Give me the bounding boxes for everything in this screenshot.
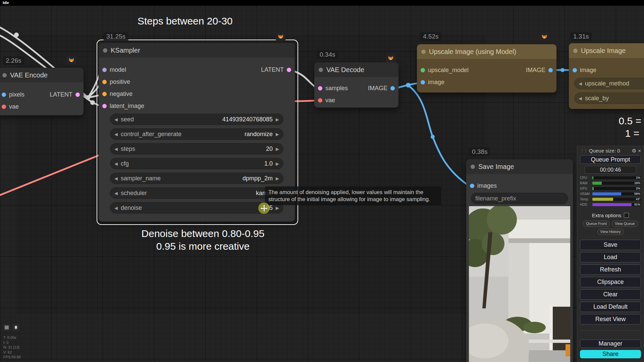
queue-front-button[interactable]: Queue Front <box>583 221 610 227</box>
port-dot-image[interactable] <box>2 93 6 97</box>
widget-label: scale_by <box>585 95 644 102</box>
node-save-image[interactable]: Save Image images filename_prefix <box>466 159 573 362</box>
widget-control-after-generate[interactable]: ◀ control_after_generate randomize ▶ <box>110 128 283 140</box>
node-vae-decode[interactable]: VAE Decode samples vae IMAGE <box>314 62 398 108</box>
node-upscale-image-using-model[interactable]: Upscale Image (using Model) upscale_mode… <box>417 44 556 93</box>
port-dot-latent[interactable] <box>287 68 291 72</box>
view-history-button[interactable]: View History <box>597 229 624 235</box>
reroute-dot[interactable] <box>406 83 411 87</box>
increment-arrow-icon[interactable]: ▶ <box>276 161 279 166</box>
node-titlebar[interactable]: Save Image <box>466 159 573 174</box>
reroute-dot[interactable] <box>560 68 565 72</box>
reroute-dot[interactable] <box>14 33 19 37</box>
port-dot-latent[interactable] <box>102 104 107 108</box>
monitor-value: 81% <box>634 203 640 206</box>
workflow-list-button[interactable] <box>3 324 10 331</box>
node-titlebar[interactable]: KSampler <box>99 43 295 58</box>
input-port-images[interactable]: images <box>466 180 573 192</box>
widget-scale-by[interactable]: ◀ scale_by ▶ <box>574 93 644 104</box>
queue-size-row: ⋮⋮ Queue size: 0 ⚙ × <box>580 147 641 154</box>
node-titlebar[interactable]: VAE Encode <box>0 68 84 82</box>
increment-arrow-icon[interactable]: ▶ <box>276 176 279 181</box>
output-port-latent[interactable]: LATENT <box>46 88 84 101</box>
input-port-image[interactable]: image <box>569 64 644 76</box>
clear-button[interactable]: Clear <box>580 289 641 300</box>
clipspace-button[interactable]: Clipspace <box>580 277 641 287</box>
input-port-vae[interactable]: vae <box>0 101 84 113</box>
widget-sampler-name[interactable]: ◀ sampler_name dpmpp_2m ▶ <box>110 173 283 184</box>
extra-options-checkbox[interactable] <box>624 213 629 218</box>
decrement-arrow-icon[interactable]: ◀ <box>114 117 118 122</box>
port-dot-upscale-model[interactable] <box>421 68 425 72</box>
collapse-dot-icon[interactable] <box>2 73 7 77</box>
input-port-image[interactable]: image <box>417 76 556 88</box>
reroute-dot[interactable] <box>86 95 90 100</box>
node-upscale-image[interactable]: Upscale Image image ◀ upscale_method ▶ ◀… <box>569 43 644 109</box>
widget-upscale-method[interactable]: ◀ upscale_method ▶ <box>574 78 644 89</box>
node-titlebar[interactable]: Upscale Image <box>569 43 644 58</box>
share-button[interactable]: Share <box>580 350 641 358</box>
save-button[interactable]: Save <box>580 240 641 250</box>
node-titlebar[interactable]: Upscale Image (using Model) <box>417 44 556 59</box>
output-port-image[interactable]: IMAGE <box>522 64 556 76</box>
port-dot-latent[interactable] <box>75 93 80 97</box>
output-port-image[interactable]: IMAGE <box>364 82 398 94</box>
port-dot-image[interactable] <box>470 184 474 188</box>
decrement-arrow-icon[interactable]: ◀ <box>114 205 118 210</box>
increment-arrow-icon[interactable]: ▶ <box>276 146 279 152</box>
port-dot-image[interactable] <box>390 86 395 90</box>
widget-filename-prefix[interactable]: filename_prefix <box>471 193 568 204</box>
load-button[interactable]: Load <box>580 252 641 262</box>
port-dot-image[interactable] <box>573 68 577 72</box>
manager-button[interactable]: Manager <box>580 340 641 348</box>
decrement-arrow-icon[interactable]: ◀ <box>579 81 582 86</box>
increment-arrow-icon[interactable]: ▶ <box>276 132 279 137</box>
input-port-vae[interactable]: vae <box>314 94 398 106</box>
decrement-arrow-icon[interactable]: ◀ <box>114 132 118 137</box>
drag-handle-icon[interactable]: ⋮⋮ <box>580 148 587 153</box>
node-titlebar[interactable]: VAE Decode <box>314 62 398 77</box>
widget-scheduler[interactable]: ◀ scheduler karras ▶ <box>110 187 283 199</box>
collapse-dot-icon[interactable] <box>471 165 475 169</box>
collapse-dot-icon[interactable] <box>103 48 107 53</box>
decrement-arrow-icon[interactable]: ◀ <box>114 146 118 152</box>
port-dot-conditioning[interactable] <box>102 80 107 84</box>
port-dot-conditioning[interactable] <box>102 92 107 96</box>
increment-arrow-icon[interactable]: ▶ <box>276 205 279 210</box>
refresh-button[interactable]: Refresh <box>580 264 641 275</box>
decrement-arrow-icon[interactable]: ◀ <box>114 161 118 166</box>
queue-prompt-button[interactable]: Queue Prompt <box>580 155 641 164</box>
output-port-latent[interactable]: LATENT <box>257 64 295 76</box>
view-queue-button[interactable]: View Queue <box>612 221 638 227</box>
port-dot-image[interactable] <box>548 68 553 72</box>
decrement-arrow-icon[interactable]: ◀ <box>114 191 118 196</box>
reroute-dot[interactable] <box>90 100 95 105</box>
port-dot-vae[interactable] <box>2 105 6 109</box>
gear-icon[interactable]: ⚙ <box>632 148 636 154</box>
port-dot-image[interactable] <box>421 80 425 84</box>
decrement-arrow-icon[interactable]: ◀ <box>579 96 582 101</box>
port-dot-vae[interactable] <box>318 98 322 103</box>
reroute-dot[interactable] <box>431 135 435 139</box>
notifications-button[interactable] <box>12 324 19 331</box>
collapse-dot-icon[interactable] <box>573 49 578 53</box>
monitor-label: RAM <box>580 181 591 185</box>
load-default-button[interactable]: Load Default <box>580 302 641 312</box>
collapse-dot-icon[interactable] <box>319 68 323 72</box>
widget-cfg[interactable]: ◀ cfg 1.0 ▶ <box>110 158 283 169</box>
close-icon[interactable]: × <box>638 148 641 154</box>
port-dot-latent[interactable] <box>318 86 322 90</box>
node-vae-encode[interactable]: VAE Encode pixels vae LATENT <box>0 68 84 115</box>
widget-steps[interactable]: ◀ steps 20 ▶ <box>110 143 283 155</box>
increment-arrow-icon[interactable]: ▶ <box>276 117 279 122</box>
collapse-dot-icon[interactable] <box>421 50 426 54</box>
port-dot-model[interactable] <box>102 68 107 72</box>
input-port-positive[interactable]: positive <box>99 76 295 88</box>
reset-view-button[interactable]: Reset View <box>580 314 641 324</box>
widget-seed[interactable]: ◀ seed 414939240768085 ▶ <box>110 114 283 125</box>
widget-denoise[interactable]: ◀ denoise 0.85 ▶ <box>110 202 283 214</box>
input-port-negative[interactable]: negative <box>99 88 295 100</box>
wire-ksampler-to-vaedecode <box>292 71 316 87</box>
input-port-latent-image[interactable]: latent_image <box>99 100 295 112</box>
decrement-arrow-icon[interactable]: ◀ <box>114 176 118 181</box>
